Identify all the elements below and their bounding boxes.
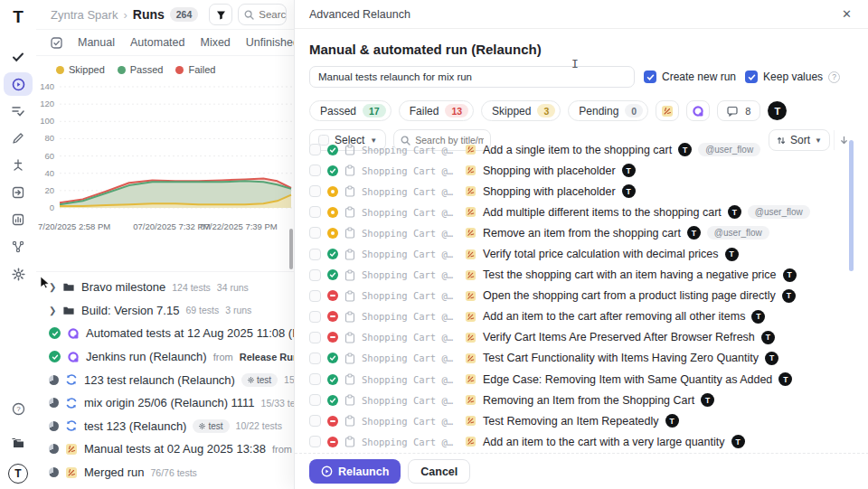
relaunch-sync-icon [65,419,78,432]
test-title: Add a single item to the shopping cart [483,144,672,156]
row-checkbox[interactable] [309,415,321,427]
row-checkbox[interactable] [309,269,321,281]
sidebar-item-compose[interactable] [4,127,33,150]
run-title: test 123 (Relaunch) [84,419,186,433]
row-checkbox[interactable] [309,185,321,197]
status-passed-icon [49,351,61,362]
run-row[interactable]: ❯ 123 test relaunch (Relaunch) test 15/2… [36,368,294,391]
assignee-avatar[interactable]: T [768,101,787,120]
row-checkbox[interactable] [309,165,321,176]
run-tag-pill[interactable]: test [193,419,229,433]
status-filter-chip[interactable]: Pending 0 [568,100,648,121]
run-row[interactable]: ❯ Manual tests at 02 Aug 2025 13:38 from… [36,437,294,461]
run-row[interactable]: ❯ Jenkins run (Relaunch) from Release Ru… [36,345,294,369]
test-row[interactable]: Shopping Cart @… Shopping with placehold… [295,181,868,202]
row-checkbox[interactable] [309,394,321,406]
run-row[interactable]: ❯ Merged run 76/76 tests [36,461,294,484]
run-row[interactable]: ❯ Bravo milestone 124 tests 34 runs [36,276,294,299]
runs-header: Zyntra Spark › Runs 264 ✕ [36,0,294,29]
row-checkbox[interactable] [309,353,321,364]
comments-filter-button[interactable]: 8 [717,100,760,121]
test-row[interactable]: Shopping Cart @… Add an item to the cart… [295,431,868,452]
relaunch-button[interactable]: Relaunch [309,459,401,484]
run-title-input[interactable] [309,66,635,88]
status-filter-chip[interactable]: Failed 13 [399,100,474,121]
breadcrumb-project[interactable]: Zyntra Spark [51,8,118,22]
legend-label: Failed [188,64,215,75]
test-title: Remove an item from the shopping cart [483,227,681,240]
filter-button[interactable] [209,4,232,25]
help-tooltip-icon[interactable]: ? [828,71,840,83]
row-checkbox[interactable] [309,227,321,239]
test-row[interactable]: Shopping Cart @… Removing an Item from t… [295,390,868,410]
row-checkbox[interactable] [309,332,321,343]
runs-tab[interactable]: Unfinished [246,36,299,49]
sidebar-item-import[interactable] [4,181,33,204]
clipboard-icon [344,353,355,364]
legend-label: Skipped [69,64,105,75]
projects-button[interactable] [4,431,33,455]
run-row[interactable]: ❯ Build: Version 7.15 69 tests 3 runs [36,299,294,323]
close-icon[interactable]: ✕ [842,7,852,21]
status-progress-icon [49,398,59,408]
test-row[interactable]: Shopping Cart @… Remove an item from the… [295,222,868,243]
test-row[interactable]: Shopping Cart @… Verify Cart Items Are P… [295,327,868,348]
svg-text:60: 60 [44,151,54,161]
left-panel-scrollbar[interactable] [289,229,293,269]
test-row[interactable]: Shopping Cart @… Edge Case: Removing Ite… [295,369,868,390]
test-row[interactable]: Shopping Cart @… Test Removing an Item R… [295,410,868,431]
runs-tab[interactable]: Mixed [200,36,230,49]
test-row[interactable]: Shopping Cart @… Verify total price calc… [295,243,868,264]
run-row[interactable]: ❯ Automated tests at 12 Aug 2025 11:08 (… [36,322,294,345]
runs-search[interactable]: ✕ [238,4,287,25]
row-checkbox[interactable] [309,311,321,323]
cancel-button[interactable]: Cancel [408,459,470,484]
row-checkbox[interactable] [309,249,321,260]
user-avatar[interactable]: T [8,464,28,484]
runs-tab[interactable]: Manual [78,36,115,49]
drawer-title: Advanced Relaunch [309,8,410,21]
test-row[interactable]: Shopping Cart @… Add a single item to th… [295,139,868,160]
test-row[interactable]: Shopping Cart @… Test the shopping cart … [295,265,868,286]
sidebar-item-cases[interactable] [4,45,33,69]
test-tag-pill[interactable]: @user_flow [698,143,760,156]
automated-filter-button[interactable] [686,100,710,121]
runs-tab[interactable]: Automated [130,36,184,49]
sidebar-item-plans[interactable] [4,99,33,123]
test-row[interactable]: Shopping Cart @… Add multiple different … [295,202,868,222]
sidebar-item-settings[interactable] [4,262,33,286]
test-row[interactable]: Shopping Cart @… Shopping with placehold… [295,160,868,181]
run-row[interactable]: ❯ test 123 (Relaunch) test 10/22 tests [36,415,294,438]
test-tag-pill[interactable]: @user_flow [707,226,769,240]
runs-search-input[interactable] [259,9,287,20]
sidebar-item-milestones[interactable] [4,154,33,177]
row-checkbox[interactable] [309,373,321,385]
chevron-right-icon[interactable]: ❯ [49,306,56,315]
manual-filter-button[interactable] [656,100,679,121]
test-title: Verify total price calculation with deci… [483,248,719,260]
status-filter-chip[interactable]: Passed 17 [309,100,392,121]
help-button[interactable]: ? [4,397,33,420]
row-checkbox[interactable] [309,290,321,302]
app-logo[interactable]: T [8,7,28,27]
test-row[interactable]: Shopping Cart @… Add an item to the cart… [295,306,868,327]
sidebar-item-runs[interactable] [4,72,33,96]
select-all-icon[interactable] [51,37,62,49]
chevron-right-icon[interactable]: ❯ [49,282,56,292]
test-tag-pill[interactable]: @user_flow [748,205,810,219]
run-row[interactable]: ❯ mix origin 25/06 (Relaunch) 1111 15/33… [36,391,294,415]
row-checkbox[interactable] [309,436,321,447]
run-title: Manual tests at 02 Aug 2025 13:38 [84,442,266,456]
status-filter-chip[interactable]: Skipped 3 [481,100,561,121]
create-new-run-checkbox[interactable]: Create new run [644,71,736,83]
sidebar-item-reports[interactable] [4,208,33,231]
sidebar-item-integrations[interactable] [4,235,33,259]
test-row[interactable]: Shopping Cart @… Test Cart Functionality… [295,348,868,369]
row-checkbox[interactable] [309,144,321,155]
run-tag-pill[interactable]: test [241,373,278,387]
keep-values-checkbox[interactable]: Keep values ? [745,71,840,83]
test-row[interactable]: Shopping Cart @… Open the shopping cart … [295,286,868,306]
tests-scrollbar[interactable] [849,140,854,271]
row-checkbox[interactable] [309,206,321,218]
checkbox-checked-icon [745,71,758,83]
